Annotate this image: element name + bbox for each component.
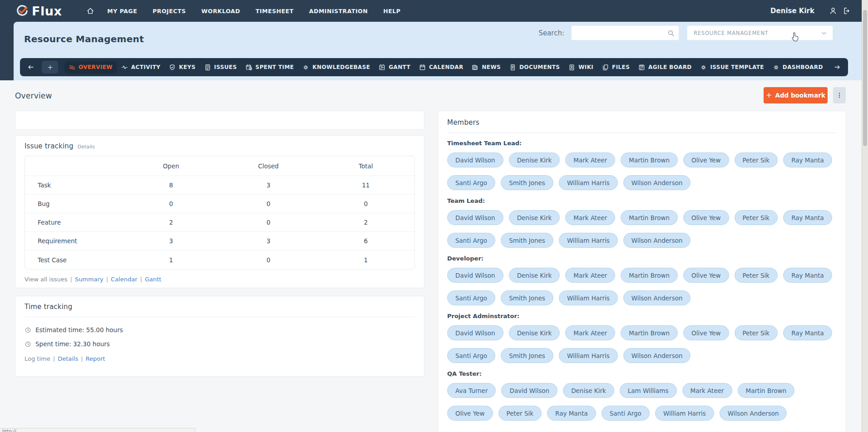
member-chip[interactable]: Martin Brown [621, 268, 678, 283]
member-chip[interactable]: Smith Jones [501, 290, 553, 305]
member-chip[interactable]: Mark Ateer [565, 325, 615, 340]
member-chip[interactable]: Peter Sik [735, 268, 778, 283]
nav-item-help[interactable]: HELP [383, 8, 400, 15]
add-tab-button[interactable] [42, 61, 58, 74]
link-details[interactable]: Details [58, 355, 78, 362]
more-options-button[interactable] [833, 87, 846, 103]
member-chip[interactable]: Ray Manta [783, 268, 832, 283]
member-chip[interactable]: William Harris [559, 348, 618, 363]
member-chip[interactable]: Ray Manta [783, 210, 832, 225]
member-chip[interactable]: Lam Williams [620, 383, 677, 398]
member-chip[interactable]: Ray Manta [547, 406, 596, 421]
member-chip[interactable]: Olive Yew [683, 152, 729, 167]
tab-gantt[interactable]: GANTT [375, 61, 414, 74]
link-calendar[interactable]: Calendar [111, 276, 137, 283]
tab-knowledgebase[interactable]: KNOWLEDGEBASE [298, 61, 374, 74]
member-chip[interactable]: Ava Turner [447, 383, 496, 398]
member-chip[interactable]: William Harris [559, 290, 618, 305]
member-chip[interactable]: William Harris [559, 175, 618, 190]
member-chip[interactable]: Peter Sik [498, 406, 542, 421]
member-chip[interactable]: Martin Brown [621, 152, 678, 167]
nav-item-timesheet[interactable]: TIMESHEET [256, 8, 294, 15]
member-chip[interactable]: Olive Yew [683, 210, 729, 225]
tab-calendar[interactable]: CALENDAR [415, 61, 468, 74]
tab-spent-time[interactable]: SPENT TIME [242, 61, 298, 74]
add-bookmark-button[interactable]: + Add bookmark [764, 87, 828, 103]
member-chip[interactable]: Wilson Anderson [623, 175, 691, 190]
tab-keys[interactable]: KEYS [165, 61, 199, 74]
member-chip[interactable]: Olive Yew [447, 406, 493, 421]
link-summary[interactable]: Summary [75, 276, 104, 283]
project-selector-dropdown[interactable]: RESOURCE MANAGEMENT [687, 25, 833, 40]
member-chip[interactable]: David Wilson [447, 210, 503, 225]
member-chip[interactable]: Ray Manta [783, 325, 832, 340]
vertical-scrollbar[interactable] [862, 0, 868, 432]
member-chip[interactable]: Denise Kirk [509, 210, 560, 225]
member-chip[interactable]: Martin Brown [621, 325, 678, 340]
nav-item-administration[interactable]: ADMINISTRATION [309, 8, 368, 15]
tab-documents[interactable]: DOCUMENTS [505, 61, 564, 74]
tab-issues[interactable]: ISSUES [200, 61, 241, 74]
member-chip[interactable]: Denise Kirk [563, 383, 614, 398]
member-chip[interactable]: Peter Sik [735, 210, 778, 225]
search-icon[interactable] [667, 29, 679, 37]
tab-overview[interactable]: OVERVIEW [64, 61, 117, 74]
member-chip[interactable]: William Harris [655, 406, 714, 421]
member-chip[interactable]: Denise Kirk [509, 325, 560, 340]
tab-files[interactable]: FILES [598, 61, 634, 74]
user-icon[interactable] [829, 7, 837, 15]
member-chip[interactable]: Martin Brown [621, 210, 678, 225]
member-chip[interactable]: Santi Argo [447, 233, 495, 248]
member-chip[interactable]: Wilson Anderson [720, 406, 787, 421]
logout-icon[interactable] [842, 7, 850, 15]
member-chip[interactable]: Wilson Anderson [623, 348, 691, 363]
member-chip[interactable]: David Wilson [447, 152, 503, 167]
member-chip[interactable]: David Wilson [501, 383, 557, 398]
current-user-name[interactable]: Denise Kirk [770, 7, 814, 15]
member-chip[interactable]: David Wilson [447, 268, 503, 283]
member-chip[interactable]: Santi Argo [447, 290, 495, 305]
member-chip[interactable]: Santi Argo [447, 175, 495, 190]
member-chip[interactable]: Mark Ateer [682, 383, 732, 398]
member-chip[interactable]: Ray Manta [783, 152, 832, 167]
member-chip[interactable]: Wilson Anderson [623, 290, 691, 305]
tab-agile-board[interactable]: AGILE BOARD [634, 61, 696, 74]
member-chip[interactable]: Denise Kirk [509, 268, 560, 283]
tab-wiki[interactable]: WIKI [564, 61, 597, 74]
home-icon[interactable] [86, 7, 94, 15]
member-chip[interactable]: Smith Jones [501, 233, 553, 248]
member-chip[interactable]: Santi Argo [602, 406, 650, 421]
app-logo[interactable]: Flux [15, 4, 62, 18]
member-chip[interactable]: Mark Ateer [565, 152, 615, 167]
member-chip[interactable]: Denise Kirk [509, 152, 560, 167]
member-chip[interactable]: Smith Jones [501, 348, 553, 363]
nav-item-projects[interactable]: PROJECTS [153, 8, 186, 15]
member-chip[interactable]: Smith Jones [501, 175, 553, 190]
link-log-time[interactable]: Log time [25, 355, 50, 362]
scroll-tabs-right-icon[interactable] [833, 64, 841, 71]
member-chip[interactable]: Peter Sik [735, 152, 778, 167]
link-view-all-issues[interactable]: View all issues [25, 276, 67, 283]
nav-item-my-page[interactable]: MY PAGE [107, 8, 137, 15]
member-chip[interactable]: Mark Ateer [565, 210, 615, 225]
nav-item-workload[interactable]: WORKLOAD [202, 8, 241, 15]
issue-tracking-details-link[interactable]: Details [78, 144, 95, 150]
member-chip[interactable]: David Wilson [447, 325, 503, 340]
tab-dashboard[interactable]: DASHBOARD [769, 61, 827, 74]
scroll-tabs-left-icon[interactable] [27, 64, 35, 71]
link-report[interactable]: Report [86, 355, 105, 362]
tab-activity[interactable]: ACTIVITY [117, 61, 165, 74]
member-chip[interactable]: Olive Yew [683, 325, 729, 340]
member-chip[interactable]: Santi Argo [447, 348, 495, 363]
search-input[interactable] [572, 26, 667, 40]
member-chip[interactable]: Mark Ateer [565, 268, 615, 283]
member-chip[interactable]: Wilson Anderson [623, 233, 691, 248]
scrollbar-thumb[interactable] [863, 10, 867, 146]
member-chip[interactable]: Olive Yew [683, 268, 729, 283]
member-chip[interactable]: William Harris [559, 233, 618, 248]
link-gantt[interactable]: Gantt [145, 276, 161, 283]
member-chip[interactable]: Peter Sik [735, 325, 778, 340]
member-chip[interactable]: Martin Brown [738, 383, 795, 398]
tab-news[interactable]: NEWS [468, 61, 505, 74]
tab-issue-template[interactable]: ISSUE TEMPLATE [696, 61, 768, 74]
